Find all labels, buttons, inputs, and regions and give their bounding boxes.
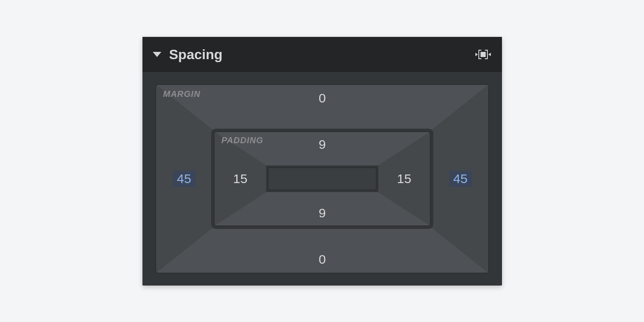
panel-title: Spacing bbox=[169, 47, 222, 63]
padding-box: PADDING 9 9 15 15 bbox=[214, 131, 431, 226]
margin-right-value[interactable]: 45 bbox=[449, 171, 472, 187]
spacing-panel-header: Spacing bbox=[142, 37, 502, 72]
margin-bottom-input[interactable]: 0 bbox=[156, 252, 488, 267]
margin-left-value[interactable]: 45 bbox=[172, 171, 195, 187]
margin-right-input[interactable]: 45 bbox=[432, 171, 488, 187]
content-core bbox=[268, 167, 377, 190]
spacing-panel: Spacing MARGIN 0 0 45 45 bbox=[142, 37, 502, 286]
spacing-panel-body: MARGIN 0 0 45 45 PADDING 9 9 15 15 bbox=[142, 72, 502, 286]
spacing-presets-icon[interactable] bbox=[476, 49, 490, 60]
box-model-editor: MARGIN 0 0 45 45 PADDING 9 9 15 15 bbox=[155, 84, 489, 274]
padding-right-input[interactable]: 15 bbox=[378, 172, 430, 186]
panel-header-left: Spacing bbox=[153, 47, 222, 63]
padding-top-input[interactable]: 9 bbox=[215, 137, 430, 152]
collapse-toggle-icon[interactable] bbox=[153, 52, 161, 57]
margin-top-input[interactable]: 0 bbox=[156, 91, 488, 105]
padding-left-input[interactable]: 15 bbox=[215, 172, 266, 186]
padding-bottom-input[interactable]: 9 bbox=[215, 206, 430, 220]
margin-left-input[interactable]: 45 bbox=[156, 171, 212, 187]
